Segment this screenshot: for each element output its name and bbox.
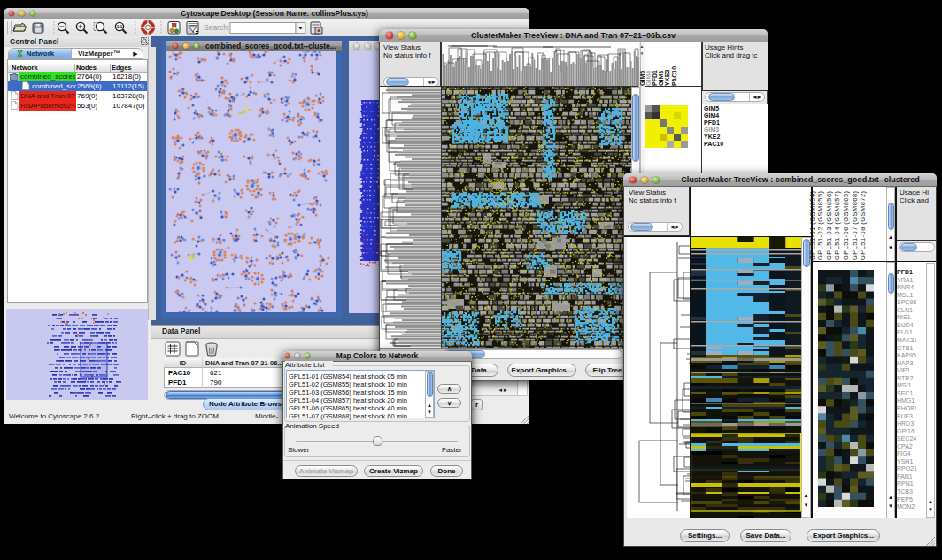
svg-text:Search:: Search: [204, 23, 229, 32]
svg-text:1:1: 1:1 [117, 25, 123, 29]
